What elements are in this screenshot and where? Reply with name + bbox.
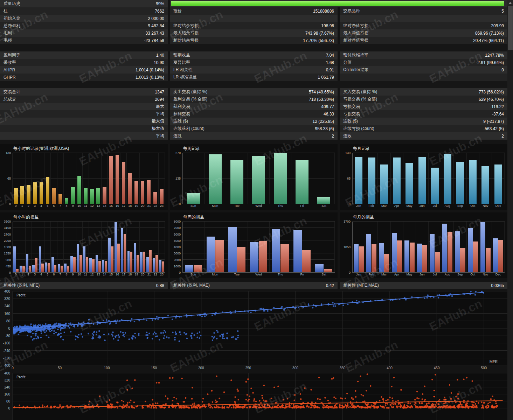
chart-body: 018503700 — [341, 222, 505, 273]
bar-loss — [79, 255, 82, 272]
distribution-charts: 每小时的记录(亚洲,欧洲,USA)06513001234567891011121… — [0, 144, 507, 278]
x-tick-label: 17 — [120, 273, 127, 276]
y-tick-label: 0 — [9, 271, 11, 274]
bar-slot — [133, 222, 139, 272]
x-tick-label: 19 — [133, 273, 139, 276]
stats-label: 绝对净值亏损 — [343, 23, 368, 29]
bar — [153, 192, 157, 204]
stats-label: AHPR — [4, 68, 15, 72]
bar-profit — [430, 234, 435, 272]
stats-label: 连败 ($) — [343, 118, 358, 124]
x-tick-label: 4 — [38, 204, 44, 208]
bar-slot — [353, 153, 365, 204]
x-tick-label: Nov — [479, 273, 492, 276]
correlation-label: 相关性 (MFE,MAE) — [343, 282, 379, 288]
bar — [481, 166, 489, 204]
x-tick-label: Feb — [365, 204, 377, 208]
scrollbar-thumb[interactable] — [508, 6, 513, 50]
plot-series-label: Profit — [16, 293, 26, 297]
stats-row: 平均连胜2连败2 — [0, 132, 507, 140]
bar-slot — [391, 222, 403, 272]
bar-slot — [226, 222, 248, 272]
stats-value: 最大 — [156, 104, 164, 110]
x-tick-label: Jun — [416, 273, 428, 276]
x-tick-label: 200 — [198, 366, 204, 370]
stats-cell — [340, 15, 507, 22]
bar-loss — [98, 261, 101, 272]
bar-profit — [13, 246, 16, 273]
bar — [103, 187, 106, 204]
x-tick-label: 16 — [114, 204, 120, 208]
x-tick-label: 1 — [19, 273, 25, 276]
scroll-up-button[interactable] — [507, 0, 513, 6]
bar-slot — [51, 153, 57, 204]
stats-value: -119.22 — [490, 104, 504, 109]
stats-cell: OnTester结果0 — [340, 66, 507, 74]
stats-cell: 相对净值亏损20.47% (664.11) — [340, 37, 507, 44]
stats-label: 相对净值亏损 — [343, 37, 368, 43]
bar — [380, 164, 388, 204]
vertical-scrollbar[interactable] — [507, 0, 513, 420]
x-tick-label: Wed — [248, 204, 269, 208]
bar — [52, 188, 56, 204]
bar-slot — [95, 153, 102, 204]
stats-label: 最大结余亏损 — [173, 30, 199, 36]
stats-value: 平均 — [156, 111, 164, 117]
x-tick-label: 20 — [140, 273, 146, 276]
stats-cell — [340, 74, 507, 81]
bar-profit — [392, 233, 397, 272]
y-tick-label: 3150 — [4, 226, 11, 230]
bar-slot — [204, 222, 226, 272]
y-tick-label: 0 — [9, 202, 11, 206]
x-tick-label: Mon — [204, 273, 226, 276]
x-tick-label: 21 — [146, 204, 152, 208]
chart-plot-area — [13, 153, 165, 204]
bar-profit — [32, 265, 35, 272]
bar-profit — [250, 242, 258, 272]
stats-cell: 获利交易409.77 — [170, 103, 338, 110]
bar-loss — [61, 266, 63, 272]
stats-value: 0.91 — [326, 68, 334, 72]
correlation-value: 0.42 — [326, 283, 334, 288]
x-tick-label: 23 — [159, 204, 165, 208]
stats-value: 2 — [332, 134, 334, 139]
x-tick-label: Sat — [313, 204, 335, 208]
bar-profit — [89, 258, 92, 272]
stats-row: 总成交2694盈利交易 (% 全部)718 (53.30%)亏损交易 (% 全部… — [0, 96, 507, 103]
x-tick-label: 10 — [76, 273, 82, 276]
x-tick-label: 7 — [57, 204, 63, 208]
scatter-x-axis: 050100150200250300350400450500 — [13, 365, 507, 371]
stats-value: 33 267.43 — [146, 31, 164, 36]
y-tick-label: 2250 — [4, 239, 11, 243]
correlation-row: 相关性 (盈利, MFE)0.88相关性 (盈利, MAE)0.42相关性 (M… — [0, 282, 507, 289]
bar-profit — [315, 264, 324, 272]
scatter-plot-area: ProfitMFE — [13, 291, 507, 365]
x-tick-label: 22 — [152, 204, 159, 208]
stats-label: 预期收益 — [173, 52, 190, 58]
x-tick-label: 6 — [51, 273, 57, 276]
y-tick-label: 0 — [8, 406, 10, 410]
stats-row: 毛损-23 784.59相对结余亏损17.70% (556.73)相对净值亏损2… — [0, 37, 507, 44]
chart-body: 0450900135018002250270031503600 — [1, 222, 165, 273]
bar-profit — [121, 228, 124, 272]
stats-cell: 连胜 ($)12 (225.85) — [170, 118, 338, 125]
stats-label: 买入交易 (赢得 %) — [343, 89, 377, 95]
scatter-y-axis: 400320240160800 — [0, 373, 13, 420]
bar-profit — [45, 262, 48, 272]
bar-slot — [108, 153, 114, 204]
bar-loss — [48, 263, 50, 272]
x-tick-label: 16 — [114, 273, 120, 276]
bar-slot — [133, 153, 139, 204]
bar — [456, 162, 464, 204]
stats-label: 连败 — [343, 133, 352, 139]
y-tick-label: 0 — [349, 271, 351, 274]
bar-slot — [89, 153, 95, 204]
bar-profit — [70, 256, 73, 272]
stats-value: 1247.78% — [485, 53, 504, 58]
bar-loss — [73, 257, 76, 272]
stats-value: 773 (56.02%) — [479, 90, 504, 94]
bar-loss — [35, 258, 37, 272]
y-tick-label: -160 — [3, 341, 10, 345]
bar-slot — [76, 153, 83, 204]
x-tick-label: Fri — [291, 204, 313, 208]
